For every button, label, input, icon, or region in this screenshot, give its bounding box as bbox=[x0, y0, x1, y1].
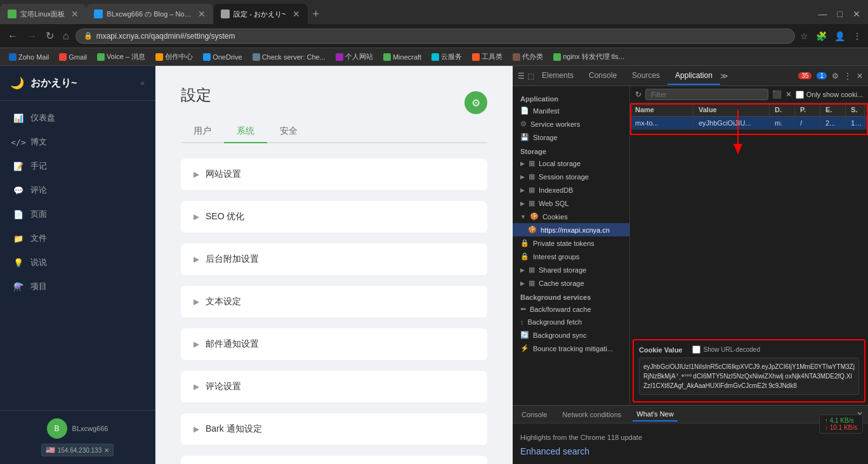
ip-badge: 🇺🇸 154.64.230.133 ✕ bbox=[41, 444, 114, 456]
sidebar-item-pages[interactable]: 📄 页面 bbox=[0, 202, 155, 226]
tab-2[interactable]: BLxcwg666 の Blog – No one ... ✕ bbox=[86, 4, 213, 24]
dt-item-cookies[interactable]: 🍪 Cookies bbox=[513, 210, 629, 223]
only-show-checkbox[interactable] bbox=[796, 91, 804, 99]
dt-item-back-forward-label: Back/forward cache bbox=[530, 306, 591, 313]
dt-item-manifest-label: Manifest bbox=[533, 107, 560, 115]
settings-icon-btn[interactable]: ⚙ bbox=[464, 91, 487, 114]
reload-button[interactable]: ↻ bbox=[43, 29, 56, 43]
home-button[interactable]: ⌂ bbox=[60, 29, 72, 43]
dt-item-cache-storage[interactable]: ▦ Cache storage bbox=[513, 276, 629, 290]
bookmark-checkserver[interactable]: Check server: Che... bbox=[249, 52, 329, 62]
devtools-tab-sources[interactable]: Sources bbox=[624, 67, 667, 85]
bottom-tab-network[interactable]: Network conditions bbox=[558, 408, 625, 421]
filter-clear-icon[interactable]: ⬛ bbox=[772, 90, 782, 99]
devtools-tab-application[interactable]: Application bbox=[667, 67, 720, 85]
section-seo-header[interactable]: ▶ SEO 优化 bbox=[181, 201, 487, 233]
bookmark-gmail[interactable]: Gmail bbox=[55, 52, 91, 62]
sidebar-item-blog[interactable]: </> 博文 bbox=[0, 130, 155, 154]
bookmark-icon[interactable]: ☆ bbox=[799, 30, 810, 42]
devtools-vertical-dots[interactable]: ⋮ bbox=[844, 72, 852, 81]
tab-2-close[interactable]: ✕ bbox=[198, 9, 206, 19]
devtools-more-tabs-icon[interactable]: ≫ bbox=[720, 72, 728, 81]
section-website-header[interactable]: ▶ 网站设置 bbox=[181, 158, 487, 191]
dt-item-session-storage[interactable]: ▦ Session storage bbox=[513, 170, 629, 183]
only-show-label[interactable]: Only show cooki... bbox=[796, 91, 863, 99]
tab-1-close[interactable]: ✕ bbox=[71, 9, 79, 19]
table-row[interactable]: mx-to... eyJhbGciOiJIU... m. / 2... 1...… bbox=[630, 117, 868, 130]
section-backend-header[interactable]: ▶ 后台附加设置 bbox=[181, 243, 487, 276]
extension-icon[interactable]: 🧩 bbox=[815, 30, 828, 42]
dt-item-service-workers[interactable]: ⚙ Service workers bbox=[513, 117, 629, 131]
dt-item-interest-groups[interactable]: 🔒 Interest groups bbox=[513, 250, 629, 263]
dt-item-back-forward[interactable]: ⬅ Back/forward cache bbox=[513, 302, 629, 316]
dt-item-shared-storage[interactable]: ▦ Shared storage bbox=[513, 263, 629, 276]
sidebar-item-files[interactable]: 📁 文件 bbox=[0, 226, 155, 250]
bottom-tab-console[interactable]: Console bbox=[518, 408, 551, 421]
menu-icon[interactable]: ⋮ bbox=[852, 30, 863, 42]
section-bark-header[interactable]: ▶ Bark 通知设定 bbox=[181, 413, 487, 446]
sidebar-item-notes[interactable]: 📝 手记 bbox=[0, 154, 155, 178]
devtools-settings-icon[interactable]: ☰ bbox=[518, 72, 525, 81]
devtools-tab-console[interactable]: Console bbox=[581, 67, 624, 85]
bookmark-tools[interactable]: 工具类 bbox=[468, 51, 506, 63]
dt-item-manifest[interactable]: 📄 Manifest bbox=[513, 104, 629, 117]
bookmark-minecraft[interactable]: Minecraft bbox=[379, 52, 425, 62]
dt-item-bg-fetch[interactable]: ↕ Background fetch bbox=[513, 316, 629, 328]
devtools-gear-icon[interactable]: ⚙ bbox=[832, 72, 839, 81]
filter-x-icon[interactable]: ✕ bbox=[786, 90, 792, 99]
devtools-close-icon[interactable]: ✕ bbox=[857, 72, 863, 81]
sidebar-item-projects[interactable]: ⚗️ 项目 bbox=[0, 274, 155, 299]
maximize-button[interactable]: □ bbox=[838, 9, 843, 19]
section-friends-header[interactable]: ▶ 友链设定 bbox=[181, 456, 487, 464]
bookmark-onedrive[interactable]: OneDrive bbox=[199, 52, 246, 62]
bookmark-cloud[interactable]: 云服务 bbox=[428, 51, 466, 63]
page-tab-security[interactable]: 安全 bbox=[267, 120, 310, 143]
profile-icon[interactable]: 👤 bbox=[833, 30, 846, 42]
sidebar-item-comments[interactable]: 💬 评论 bbox=[0, 178, 155, 202]
bookmark-personal[interactable]: 个人网站 bbox=[332, 51, 377, 63]
page-tab-users[interactable]: 用户 bbox=[181, 120, 224, 143]
bookmark-zohom ail[interactable]: Zoho Mail bbox=[5, 52, 53, 62]
minimize-button[interactable]: — bbox=[819, 9, 827, 19]
sidebar-title: おかえり~ bbox=[30, 77, 77, 90]
bookmark-nginx[interactable]: nginx 转发代理 tls... bbox=[549, 51, 628, 63]
filter-input[interactable] bbox=[645, 89, 768, 100]
section-comments-header[interactable]: ▶ 评论设置 bbox=[181, 371, 487, 403]
dt-item-local-storage[interactable]: ▦ Local storage bbox=[513, 157, 629, 170]
close-button[interactable]: ✕ bbox=[853, 9, 860, 19]
refresh-icon[interactable]: ↻ bbox=[635, 90, 641, 99]
show-url-decoded-checkbox[interactable] bbox=[692, 345, 700, 354]
forward-button[interactable]: → bbox=[24, 29, 39, 43]
sidebar-item-dashboard[interactable]: 📊 仪表盘 bbox=[0, 106, 155, 130]
dt-item-storage[interactable]: 💾 Storage bbox=[513, 131, 629, 144]
dt-item-indexeddb[interactable]: ▦ IndexedDB bbox=[513, 183, 629, 197]
info-badge: 1 bbox=[817, 72, 827, 79]
page-tab-system[interactable]: 系统 bbox=[224, 120, 267, 143]
devtools-inspect-icon[interactable]: ⬚ bbox=[527, 72, 534, 81]
cell-e: 2... bbox=[820, 117, 846, 129]
tab-3-close[interactable]: ✕ bbox=[293, 9, 300, 19]
devtools-tab-elements[interactable]: Elements bbox=[534, 67, 581, 85]
dt-item-cookies-url[interactable]: 🍪 https://mxapi.xcnya.cn bbox=[513, 223, 629, 236]
bookmark-create[interactable]: 创作中心 bbox=[152, 51, 197, 63]
show-url-decoded-label[interactable]: Show URL-decoded bbox=[692, 345, 760, 354]
enhanced-search: Enhanced search bbox=[520, 446, 860, 456]
dt-item-private-state[interactable]: 🔒 Private state tokens bbox=[513, 236, 629, 250]
dt-item-websql[interactable]: ▦ Web SQL bbox=[513, 197, 629, 210]
bookmark-voice[interactable]: Voice – 消息 bbox=[93, 51, 149, 63]
sidebar-item-posts[interactable]: 💡 说说 bbox=[0, 250, 155, 274]
dt-item-bounce[interactable]: ⚡ Bounce tracking mitigati... bbox=[513, 342, 629, 355]
section-email-header[interactable]: ▶ 邮件通知设置 bbox=[181, 328, 487, 361]
address-bar[interactable]: 🔒 mxapi.xcnya.cn/qaqdmin#/setting/system bbox=[76, 29, 795, 44]
dt-item-bg-sync[interactable]: 🔄 Background sync bbox=[513, 328, 629, 342]
new-tab-button[interactable]: + bbox=[308, 8, 325, 21]
bookmark-agency[interactable]: 代办类 bbox=[509, 51, 547, 63]
back-button[interactable]: ← bbox=[5, 29, 20, 43]
ip-close-icon[interactable]: ✕ bbox=[104, 447, 109, 454]
bottom-tab-whatsnew[interactable]: What's New bbox=[633, 408, 677, 422]
tab-3[interactable]: 設定 - おかえり~ ✕ bbox=[213, 4, 307, 24]
tab-1[interactable]: 宝塔Linux面板 ✕ bbox=[0, 4, 86, 24]
section-seo-title: SEO 优化 bbox=[206, 211, 244, 222]
sidebar-collapse-icon[interactable]: « bbox=[140, 79, 145, 87]
section-text-header[interactable]: ▶ 文本设定 bbox=[181, 286, 487, 318]
